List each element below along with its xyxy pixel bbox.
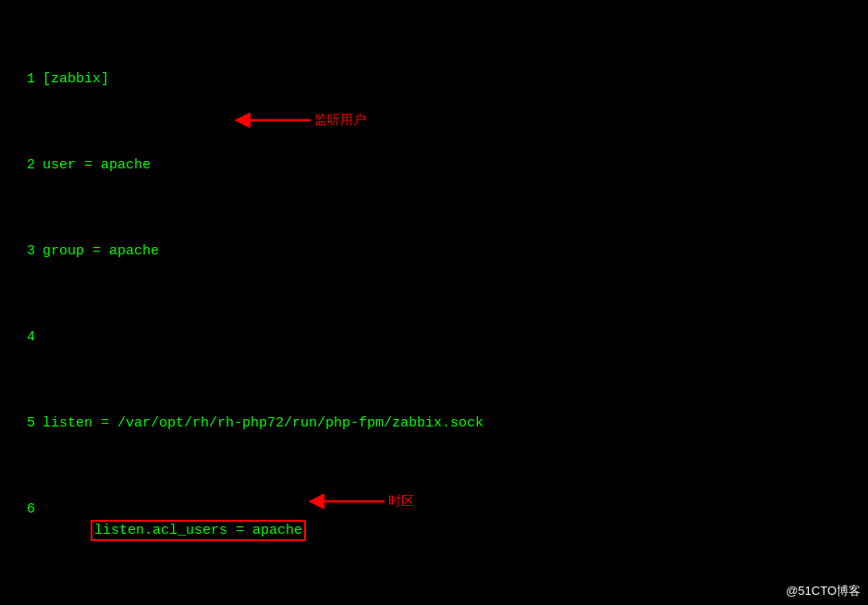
line-1: 1 [zabbix] (7, 68, 861, 90)
arrow-line6-svg (229, 109, 312, 131)
line-num-3: 3 (7, 241, 35, 262)
watermark: @51CTO博客 (786, 583, 861, 599)
annotation-line6: 监听用户 (229, 109, 366, 131)
line-6: 6 listen.acl_users = apache (7, 499, 861, 563)
code-editor: 1 [zabbix] 2 user = apache 3 group = apa… (0, 0, 868, 605)
line-content-5: listen = /var/opt/rh/rh-php72/run/php-fp… (43, 413, 861, 434)
line-num-4: 4 (7, 327, 35, 348)
line-3: 3 group = apache (7, 241, 861, 262)
arrow-line24-svg (303, 490, 386, 512)
line-num-2: 2 (7, 154, 35, 176)
annotation-line24-label: 时区 (388, 493, 414, 510)
line-num-1: 1 (7, 68, 35, 90)
line-content-1: [zabbix] (43, 68, 861, 90)
line-content-4 (43, 327, 861, 348)
annotation-line6-label: 监听用户 (314, 112, 366, 129)
line-num-5: 5 (7, 413, 35, 434)
line-content-2: user = apache (43, 154, 861, 176)
highlight-line6: listen.acl_users = apache (92, 522, 304, 539)
line-4: 4 (7, 327, 861, 348)
line-2: 2 user = apache (7, 154, 861, 176)
annotation-line24: 时区 (303, 490, 414, 512)
line-num-6: 6 (7, 499, 35, 520)
line-content-6: listen.acl_users = apache (43, 499, 861, 563)
line-5: 5 listen = /var/opt/rh/rh-php72/run/php-… (7, 413, 861, 434)
line-content-3: group = apache (43, 241, 861, 262)
